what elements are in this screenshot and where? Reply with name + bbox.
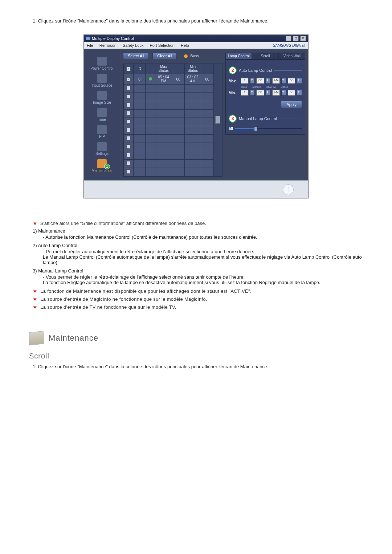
- grid-scrollbar[interactable]: [214, 63, 222, 176]
- item-title: Auto Lamp Control: [38, 243, 77, 248]
- menu-remocon[interactable]: Remocon: [99, 43, 117, 48]
- manual-lamp-slider[interactable]: [235, 128, 302, 129]
- tab-lamp-control[interactable]: Lamp Control: [225, 53, 252, 59]
- slider-thumb-icon[interactable]: [254, 126, 258, 131]
- auto-lamp-title: Auto Lamp Control: [239, 68, 272, 73]
- max-value-input[interactable]: 50: [288, 78, 296, 84]
- table-row[interactable]: [124, 126, 222, 135]
- min-hour-input[interactable]: 1: [241, 90, 249, 96]
- intro-num: 1.: [33, 18, 37, 24]
- star-text: La source d'entrée de MagicInfo ne fonct…: [40, 296, 207, 302]
- dropdown-icon[interactable]: [250, 90, 255, 96]
- min-ampm-input[interactable]: AM: [272, 90, 280, 96]
- star-icon: ★: [33, 296, 37, 302]
- cell-max-time: 05 : 04 PM: [155, 74, 172, 85]
- col-max-val: [172, 63, 184, 74]
- star-note: ★ La source d'entrée de MagicInfo ne fon…: [33, 296, 363, 302]
- sidebar-item-settings[interactable]: Settings: [84, 141, 120, 156]
- minimize-icon[interactable]: _: [286, 36, 291, 41]
- callout-badge-1: 1: [104, 164, 110, 169]
- select-all-button[interactable]: Select All: [123, 53, 149, 59]
- star-text: La source d'entrée de TV ne fonctionne q…: [40, 304, 176, 310]
- table-row[interactable]: [124, 160, 222, 168]
- sub-value: Value: [281, 85, 288, 89]
- sidebar-item-label: Image Size: [84, 100, 120, 104]
- intro-block-2: 1. Cliquez sur l'icône "Maintenance" dan…: [29, 364, 363, 369]
- clear-all-button[interactable]: Clear All: [152, 53, 177, 59]
- table-row[interactable]: [124, 168, 222, 176]
- right-panel: Lamp Control Scroll Video Wall 2 Auto La…: [225, 49, 308, 180]
- sidebar-item-power[interactable]: Power Control: [84, 56, 120, 71]
- col-check[interactable]: [124, 63, 134, 74]
- info-grid: ID Max Status Min Status 0 05 : 04 PM 60: [123, 63, 222, 177]
- table-row[interactable]: [124, 101, 222, 110]
- sidebar-item-time[interactable]: Time: [84, 107, 120, 122]
- col-status-icon: [146, 63, 155, 74]
- star-text: S'affiche alors une "Grille d'informatio…: [40, 221, 206, 226]
- divider: [274, 70, 302, 71]
- star-icon: ★: [33, 304, 37, 310]
- table-row[interactable]: 0 05 : 04 PM 60 03 : 02 AM 80: [124, 74, 222, 85]
- menu-safetylock[interactable]: Safety Lock: [123, 43, 143, 48]
- max-hour-input[interactable]: 1: [241, 78, 249, 84]
- tab-video-wall[interactable]: Video Wall: [279, 53, 305, 59]
- menu-portselection[interactable]: Port Selection: [150, 43, 174, 48]
- sidebar-item-input[interactable]: Input Source: [84, 73, 120, 88]
- max-label: Max.: [229, 79, 239, 83]
- auto-lamp-min-row: Min. 1 00 AM 50: [229, 90, 302, 96]
- cell-min-time: 03 : 02 AM: [184, 74, 201, 85]
- sidebar-item-imagesize[interactable]: Image Size: [84, 90, 120, 105]
- dropdown-icon[interactable]: [297, 90, 302, 96]
- apply-button[interactable]: Apply: [281, 101, 302, 108]
- sidebar-item-label: Maintenance: [84, 169, 120, 173]
- cell-id: 0: [134, 74, 146, 85]
- dropdown-icon[interactable]: [250, 78, 255, 84]
- close-icon[interactable]: ×: [300, 36, 306, 41]
- max-ampm-input[interactable]: AM: [272, 78, 280, 84]
- intro-block: 1. Cliquez sur l'icône "Maintenance" dan…: [29, 18, 363, 24]
- dropdown-icon[interactable]: [266, 78, 271, 84]
- min-value-input[interactable]: 50: [288, 90, 296, 96]
- maximize-icon[interactable]: □: [293, 36, 299, 41]
- cell-max-val: 60: [172, 74, 184, 85]
- max-minute-input[interactable]: 00: [256, 78, 264, 84]
- item-body: - Vous permet de régler le rétro-éclaira…: [43, 274, 363, 285]
- table-row[interactable]: [124, 85, 222, 93]
- table-row[interactable]: [124, 110, 222, 118]
- sidebar-item-pip[interactable]: PIP: [84, 124, 120, 139]
- busy-icon: [184, 54, 188, 58]
- app-window: Multiple Display Control _ □ × File Remo…: [83, 34, 309, 198]
- star-text: La fonction de Maintenance n'est disponi…: [40, 288, 252, 294]
- section-subtitle: Scroll: [29, 352, 363, 360]
- window-title: Multiple Display Control: [92, 36, 134, 41]
- menu-file[interactable]: File: [87, 43, 93, 48]
- manual-lamp-title: Manual Lamp Control: [239, 116, 277, 121]
- settings-icon: [97, 142, 107, 151]
- window-controls[interactable]: _ □ ×: [285, 36, 306, 41]
- min-label: Min.: [229, 91, 239, 95]
- time-icon: [97, 108, 107, 117]
- dropdown-icon[interactable]: [281, 90, 286, 96]
- table-row[interactable]: [124, 143, 222, 151]
- table-row[interactable]: [124, 118, 222, 126]
- col-min-status: Min Status: [184, 63, 201, 74]
- sidebar-item-label: Time: [84, 118, 120, 122]
- dropdown-icon[interactable]: [297, 78, 302, 84]
- status-bar: !: [84, 180, 308, 198]
- menu-help[interactable]: Help: [181, 43, 189, 48]
- dropdown-icon[interactable]: [266, 90, 271, 96]
- star-note: ★ La source d'entrée de TV ne fonctionne…: [33, 304, 363, 310]
- sidebar-item-label: Input Source: [84, 83, 120, 87]
- table-row[interactable]: [124, 135, 222, 143]
- sidebar-item-maintenance[interactable]: 1 Maintenance: [84, 159, 120, 173]
- min-minute-input[interactable]: 00: [256, 90, 264, 96]
- item-body: - Autorise la fonction Maintenance Contr…: [43, 234, 363, 240]
- item-body: - Permet de régler automatiquement le ré…: [43, 249, 363, 265]
- table-row[interactable]: [124, 151, 222, 160]
- row-checkbox[interactable]: [126, 77, 131, 82]
- col-min-val: [201, 63, 214, 74]
- dropdown-icon[interactable]: [281, 78, 286, 84]
- table-row[interactable]: [124, 93, 222, 101]
- pip-icon: [97, 125, 107, 134]
- tab-scroll[interactable]: Scroll: [252, 53, 278, 59]
